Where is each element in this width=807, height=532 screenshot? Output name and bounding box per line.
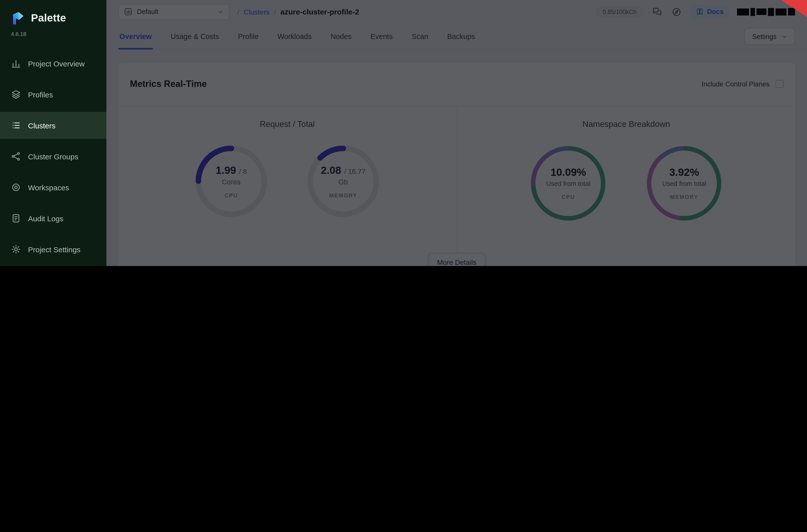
main-area: Default / Clusters / azure-cluster-profi… <box>107 0 807 266</box>
list-icon <box>11 120 21 130</box>
app-version: 4.6.18 <box>0 27 107 37</box>
recording-corner-marker <box>781 0 807 17</box>
layers-icon <box>11 90 21 99</box>
palette-logo-icon <box>10 10 26 26</box>
brand-logo-row: Palette <box>0 0 107 27</box>
document-icon <box>11 213 21 223</box>
app-root: Palette 4.6.18 Project Overview Profiles <box>0 0 807 266</box>
sidebar-item-project-settings[interactable]: Project Settings <box>0 236 107 263</box>
sidebar-item-project-overview[interactable]: Project Overview <box>0 50 107 77</box>
sidebar-item-audit-logs[interactable]: Audit Logs <box>0 205 107 232</box>
sidebar-item-label: Project Overview <box>28 59 85 68</box>
sidebar-item-clusters[interactable]: Clusters <box>0 112 107 139</box>
gear-icon <box>11 244 21 254</box>
target-icon <box>11 182 21 192</box>
sidebar-item-label: Cluster Groups <box>28 152 78 160</box>
sidebar-item-profiles[interactable]: Profiles <box>0 81 107 108</box>
bar-chart-icon <box>11 58 21 69</box>
sidebar-item-label: Profiles <box>28 90 53 99</box>
sidebar-item-label: Workspaces <box>28 183 69 192</box>
tour-overlay <box>107 0 807 266</box>
brand-name: Palette <box>31 12 66 24</box>
sidebar-item-label: Project Settings <box>28 245 80 253</box>
sidebar-item-label: Audit Logs <box>28 214 63 223</box>
sidebar: Palette 4.6.18 Project Overview Profiles <box>0 0 107 266</box>
sidebar-nav: Project Overview Profiles Clusters Clust… <box>0 50 107 266</box>
sidebar-item-workspaces[interactable]: Workspaces <box>0 174 107 201</box>
network-icon <box>11 151 21 162</box>
sidebar-item-cluster-groups[interactable]: Cluster Groups <box>0 143 107 170</box>
sidebar-item-label: Clusters <box>28 121 55 130</box>
